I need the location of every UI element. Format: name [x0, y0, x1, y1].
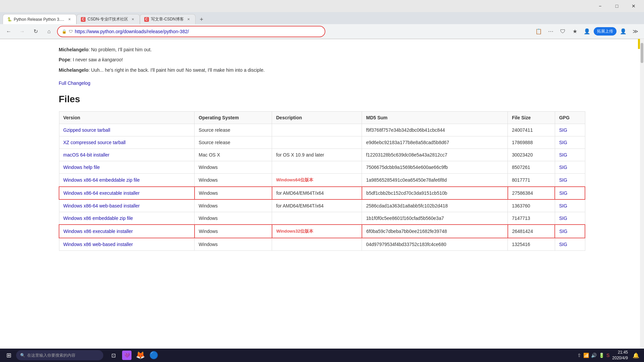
file-size: 7147713: [508, 212, 555, 225]
minimize-button[interactable]: −: [592, 0, 608, 12]
file-desc: [272, 161, 362, 174]
taskbar-app-taskview[interactable]: ⊡: [107, 349, 119, 361]
sig-link[interactable]: SIG: [559, 140, 567, 145]
file-desc: [272, 212, 362, 225]
file-link[interactable]: Windows x86-64 web-based installer: [63, 203, 140, 208]
file-md5: f12203128b5c639dc08e5a43a2812cc7: [362, 149, 508, 161]
taskbar-app-jetbrains[interactable]: 💜: [121, 349, 133, 361]
file-md5: 1a98565285491c0ea65450e78afe6f8d: [362, 174, 508, 187]
tab-python-label: Python Release Python 3.8.2...: [14, 17, 65, 22]
changelog-link[interactable]: Full Changelog: [59, 80, 90, 86]
tab-csdn2[interactable]: C 写文章-CSDN博客 ✕: [140, 14, 196, 24]
forward-button[interactable]: →: [17, 26, 28, 37]
favorites-button[interactable]: 🛡: [557, 26, 568, 37]
sig-link[interactable]: SIG: [559, 216, 567, 221]
table-row: Windows x86-64 embeddable zip fileWindow…: [59, 174, 585, 187]
col-gpg: GPG: [555, 112, 585, 124]
col-os: Operating System: [195, 112, 272, 124]
file-desc: [272, 238, 362, 251]
file-desc: for OS X 10.9 and later: [272, 149, 362, 161]
file-md5: e9d6ebc92183a177b8e8a58cad5b8d67: [362, 136, 508, 149]
scrollbar[interactable]: [640, 39, 644, 349]
back-button[interactable]: ←: [3, 26, 14, 37]
sig-link[interactable]: SIG: [559, 152, 567, 158]
nav-bar: ← → ↻ ⌂ 🔒 🛡 📋 ⋯ 🛡 ★ 👤 拓展上传 👤 ≫: [0, 24, 644, 39]
col-size: File Size: [508, 112, 555, 124]
taskbar-app-baidu[interactable]: 🔵: [148, 349, 160, 361]
file-md5: 6f0ba59c7dbeba7bb0ee21682fe39748: [362, 225, 508, 238]
security-icon: 🔒: [62, 29, 67, 34]
collections-button[interactable]: 📋: [533, 26, 544, 37]
file-link[interactable]: Windows x86 executable installer: [63, 229, 133, 234]
file-link[interactable]: Gzipped source tarball: [63, 127, 110, 133]
new-tab-button[interactable]: +: [197, 15, 206, 24]
clock-time: 21:45: [612, 350, 628, 355]
close-button[interactable]: ✕: [626, 0, 641, 12]
battery-icon[interactable]: 🔋: [599, 353, 604, 358]
file-size: 27586384: [508, 187, 555, 199]
taskbar-right: ⇧ 📶 🔊 🔋 S 21:45 2020/4/9 🔔: [577, 350, 641, 361]
file-link[interactable]: Windows x86-64 executable installer: [63, 190, 140, 196]
quote-pope-end: !: [122, 57, 123, 62]
sig-link[interactable]: SIG: [559, 229, 567, 234]
sig-link[interactable]: SIG: [559, 242, 567, 247]
extensions-button[interactable]: ⋯: [545, 26, 556, 37]
file-md5: 2586cdad1a363d1a8abb5fc102b2d418: [362, 199, 508, 212]
upload-button[interactable]: 拓展上传: [594, 27, 616, 36]
tab-csdn1[interactable]: C CSDN-专业IT技术社区 ✕: [76, 14, 140, 24]
tab-csdn2-close[interactable]: ✕: [186, 17, 191, 22]
quote-pope-text: : I never saw: [70, 57, 98, 62]
table-row: Windows x86-64 executable installerWindo…: [59, 187, 585, 199]
scrollbar-thumb[interactable]: [641, 43, 643, 63]
file-os: Source release: [195, 136, 272, 149]
more-button[interactable]: ≫: [630, 26, 641, 37]
system-clock[interactable]: 21:45 2020/4/9: [612, 350, 628, 361]
file-link[interactable]: XZ compressed source tarball: [63, 140, 126, 145]
file-link[interactable]: macOS 64-bit installer: [63, 152, 110, 158]
sig-link[interactable]: SIG: [559, 165, 567, 170]
file-size: 1325416: [508, 238, 555, 251]
reload-button[interactable]: ↻: [30, 26, 41, 37]
taskbar-search[interactable]: 🔍 在这里输入你要搜索的内容: [16, 350, 103, 360]
volume-icon[interactable]: 🔊: [591, 353, 597, 358]
sig-link[interactable]: SIG: [559, 190, 567, 196]
notification-button[interactable]: 🔔: [631, 350, 641, 361]
tray-arrow[interactable]: ⇧: [577, 353, 581, 358]
file-os: Windows: [195, 199, 272, 212]
table-row: macOS 64-bit installerMac OS Xfor OS X 1…: [59, 149, 585, 161]
quote-pope: Pope: I never saw a kangaroo!: [59, 56, 585, 63]
tab-python[interactable]: 🐍 Python Release Python 3.8.2... ✕: [3, 14, 76, 24]
col-md5: MD5 Sum: [362, 112, 508, 124]
bookmark-button[interactable]: ★: [570, 26, 580, 37]
network-icon[interactable]: 📶: [583, 353, 589, 358]
sig-link[interactable]: SIG: [559, 203, 567, 208]
taskview-icon: ⊡: [111, 352, 116, 359]
url-input[interactable]: [75, 29, 321, 34]
maximize-button[interactable]: □: [609, 0, 625, 12]
sig-link[interactable]: SIG: [559, 177, 567, 183]
file-link[interactable]: Windows help file: [63, 165, 100, 170]
jetbrains-icon: 💜: [122, 351, 131, 360]
file-os: Windows: [195, 212, 272, 225]
address-bar[interactable]: 🔒 🛡: [57, 26, 325, 37]
start-button[interactable]: ⊞: [3, 349, 15, 361]
taskbar: ⊞ 🔍 在这里输入你要搜索的内容 ⊡ 💜 🦊 🔵 ⇧ 📶 🔊 🔋 S 21:45…: [0, 349, 644, 362]
table-row: Windows x86 executable installerWindowsW…: [59, 225, 585, 238]
csdn-favicon: C: [81, 17, 86, 22]
file-link[interactable]: Windows x86 embeddable zip file: [63, 216, 133, 221]
tab-csdn1-close[interactable]: ✕: [130, 17, 136, 22]
home-button[interactable]: ⌂: [44, 26, 54, 37]
taskbar-app-firefox[interactable]: 🦊: [134, 349, 146, 361]
security-tray-icon[interactable]: S: [606, 353, 609, 358]
file-md5: 7506675dcbb9a1569b54e600ae66c9fb: [362, 161, 508, 174]
table-row: XZ compressed source tarballSource relea…: [59, 136, 585, 149]
profile-button[interactable]: 👤: [582, 26, 592, 37]
file-md5: f9f3768f757e34b342dbc06b41cbc844: [362, 124, 508, 136]
file-size: 17869888: [508, 136, 555, 149]
tab-python-close[interactable]: ✕: [67, 17, 72, 22]
file-size: 30023420: [508, 149, 555, 161]
account-button[interactable]: 👤: [618, 26, 629, 37]
sig-link[interactable]: SIG: [559, 127, 567, 133]
file-link[interactable]: Windows x86-64 embeddable zip file: [63, 177, 140, 183]
file-link[interactable]: Windows x86 web-based installer: [63, 242, 133, 247]
